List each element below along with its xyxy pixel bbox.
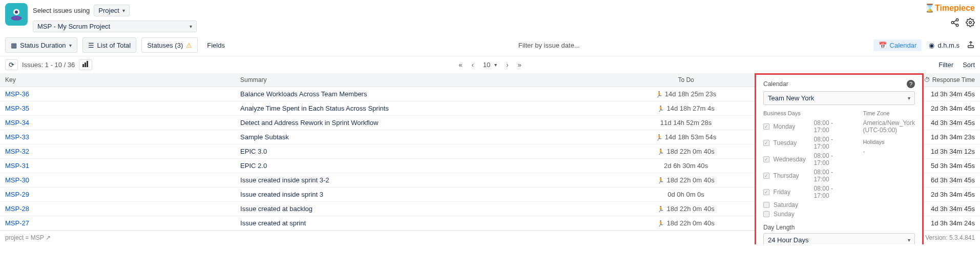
filter-button[interactable]: Filter (939, 61, 953, 69)
brand-logo: ⌛Timepiece (925, 3, 975, 13)
running-icon: 🏃 (657, 106, 664, 112)
checkbox-icon (763, 202, 769, 208)
issue-key-link[interactable]: MSP-31 (5, 162, 29, 170)
page-next[interactable]: › (506, 61, 508, 69)
calendar-panel: Calendar ? Team New York▾ Business Days … (755, 73, 924, 244)
summary-cell: Balance Workloads Across Team Members (235, 87, 588, 101)
help-icon[interactable]: ? (907, 80, 915, 88)
summary-cell: Issue created inside sprint 3 (235, 187, 588, 202)
col-summary[interactable]: Summary (235, 73, 588, 87)
chevron-down-icon: ▾ (908, 95, 910, 101)
day-length-select[interactable]: 24 Hour Days▾ (763, 233, 915, 244)
svg-rect-12 (87, 61, 88, 67)
business-day-row: Thursday08:00 - 17:00 (763, 169, 848, 183)
summary-cell: Issue created at sprint (235, 216, 588, 231)
eye-icon: ◉ (929, 41, 934, 49)
share-icon[interactable] (950, 18, 960, 29)
sort-button[interactable]: Sort (963, 61, 975, 69)
dhms-toggle[interactable]: ◉ d.h.m.s (929, 41, 960, 49)
svg-point-3 (956, 19, 958, 22)
mode-dropdown[interactable]: Project▾ (94, 5, 129, 16)
holidays-value: - (863, 148, 915, 155)
grid-icon: ▦ (11, 41, 17, 49)
checkbox-icon (763, 156, 769, 162)
calendar-icon: 📅 (879, 41, 887, 49)
app-logo (5, 3, 28, 26)
day-hours: 08:00 - 17:00 (814, 185, 849, 199)
footer-query[interactable]: project = MSP ↗ (5, 234, 51, 241)
issue-key-link[interactable]: MSP-33 (5, 133, 29, 141)
issue-key-link[interactable]: MSP-27 (5, 219, 29, 227)
day-hours: 08:00 - 17:00 (814, 119, 849, 134)
issue-key-link[interactable]: MSP-30 (5, 176, 29, 184)
day-hours: 08:00 - 17:00 (814, 169, 849, 183)
day-name: Friday (774, 189, 810, 196)
issue-key-link[interactable]: MSP-32 (5, 148, 29, 155)
holidays-label: Holidays (863, 139, 915, 145)
business-day-row: Saturday (763, 201, 848, 209)
svg-point-5 (956, 24, 958, 27)
col-key[interactable]: Key (0, 73, 235, 87)
filter-by-date[interactable]: Filter by issue date... (230, 41, 868, 49)
day-name: Thursday (774, 172, 810, 179)
day-name: Sunday (774, 211, 811, 218)
business-day-row: Friday08:00 - 17:00 (763, 185, 848, 199)
timezone-label: Time Zone (863, 110, 915, 116)
summary-cell: Detect and Address Rework in Sprint Work… (235, 116, 588, 130)
page-first[interactable]: « (458, 61, 462, 69)
page-prev[interactable]: ‹ (471, 61, 473, 69)
summary-cell: EPIC 3.0 (235, 144, 588, 159)
checkbox-icon (763, 173, 769, 179)
calendar-button[interactable]: 📅 Calendar (873, 39, 922, 51)
issue-key-link[interactable]: MSP-35 (5, 105, 29, 112)
business-day-row: Sunday (763, 211, 848, 218)
timezone-offset: (UTC-05:00) (863, 127, 915, 134)
business-day-row: Tuesday08:00 - 17:00 (763, 136, 848, 150)
fields-button[interactable]: Fields (207, 41, 225, 49)
business-day-row: Monday08:00 - 17:00 (763, 119, 848, 134)
day-name: Tuesday (774, 139, 810, 147)
day-hours: 08:00 - 17:00 (814, 136, 849, 150)
day-hours: 08:00 - 17:00 (814, 152, 849, 166)
sla-icon: ⏱ (924, 76, 930, 84)
day-name: Wednesday (774, 156, 810, 163)
list-of-total-button[interactable]: ☰ List of Total (82, 37, 137, 53)
project-dropdown[interactable]: MSP - My Scrum Project▾ (33, 20, 197, 32)
checkbox-icon (763, 211, 769, 217)
summary-cell: Issue created inside sprint 3-2 (235, 173, 588, 187)
issue-key-link[interactable]: MSP-36 (5, 90, 29, 98)
svg-line-6 (953, 20, 956, 22)
svg-point-4 (951, 22, 954, 24)
summary-cell: Sample Subtask (235, 130, 588, 144)
svg-point-2 (11, 16, 22, 20)
checkbox-icon (763, 123, 769, 130)
settings-icon[interactable] (966, 18, 975, 29)
svg-point-8 (969, 22, 972, 24)
issue-key-link[interactable]: MSP-29 (5, 191, 29, 198)
status-duration-button[interactable]: ▦ Status Duration ▾ (5, 37, 77, 53)
day-name: Saturday (774, 201, 811, 209)
issue-key-link[interactable]: MSP-28 (5, 205, 29, 213)
svg-line-7 (953, 23, 956, 25)
statuses-button[interactable]: Statuses (3) ⚠ (141, 37, 198, 53)
svg-rect-9 (968, 46, 974, 48)
chevron-down-icon: ▾ (190, 24, 192, 29)
chart-icon[interactable] (79, 59, 92, 70)
issue-key-link[interactable]: MSP-34 (5, 119, 29, 127)
export-icon[interactable] (967, 40, 975, 50)
page-last[interactable]: » (518, 61, 522, 69)
checkbox-icon (763, 189, 769, 195)
calendar-select[interactable]: Team New York▾ (763, 91, 915, 105)
chevron-down-icon: ▾ (122, 8, 125, 13)
business-day-row: Wednesday08:00 - 17:00 (763, 152, 848, 166)
svg-point-1 (15, 11, 18, 14)
running-icon: 🏃 (657, 149, 664, 155)
running-icon: 🏃 (656, 91, 663, 97)
svg-rect-11 (85, 62, 86, 67)
business-days-label: Business Days (763, 110, 848, 116)
summary-cell: Analyze Time Spent in Each Status Across… (235, 101, 588, 116)
page-size-dropdown[interactable]: 10▾ (483, 61, 497, 69)
running-icon: 🏃 (657, 177, 664, 183)
refresh-button[interactable]: ⟳ (5, 59, 18, 70)
running-icon: 🏃 (657, 220, 664, 226)
